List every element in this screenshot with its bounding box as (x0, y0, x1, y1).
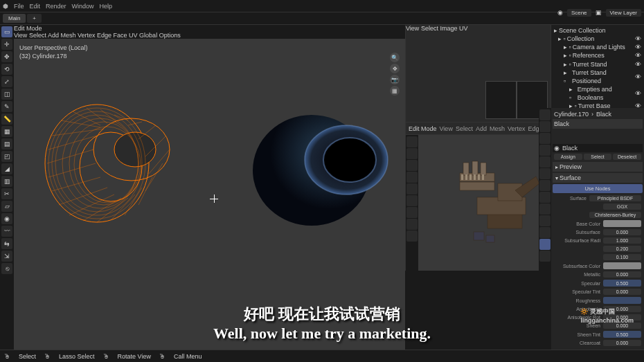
tool-select-icon[interactable]: ▭ (1, 26, 12, 37)
pv-tool-scale-icon[interactable] (406, 183, 418, 194)
outliner-item[interactable]: ▸ ▫Turret Stand Positioned👁 (553, 69, 643, 85)
workspace-tab-add[interactable]: + (27, 14, 42, 23)
menu-help[interactable]: Help (100, 3, 113, 10)
outliner-item[interactable]: ▸ ▫Empties and Booleans👁 (553, 85, 643, 102)
distribution-dropdown[interactable]: GGX (603, 203, 641, 210)
value-field[interactable]: 0.000 (603, 271, 641, 278)
mat-name-field[interactable]: Black (596, 111, 611, 118)
orient-selector[interactable]: Global (139, 32, 157, 39)
nav-pan-icon[interactable]: ✥ (390, 64, 400, 73)
mat-slot[interactable]: Black (554, 120, 569, 127)
pv-tool-extrude-icon[interactable] (406, 230, 418, 242)
props-tab-physics-icon[interactable] (539, 203, 551, 215)
value-field[interactable]: 0.200 (603, 246, 641, 252)
workspace-tab-main[interactable]: Main (3, 14, 26, 23)
pv-tool-cursor-icon[interactable] (406, 148, 418, 159)
tool-smooth-icon[interactable]: 〰 (1, 226, 12, 237)
value-field[interactable]: 0.000 (603, 340, 641, 346)
tool-rotate-icon[interactable]: ⟲ (1, 64, 12, 75)
nav-persp-icon[interactable]: ▦ (390, 86, 400, 96)
obj-name-field[interactable]: Cylinder.170 (554, 111, 589, 118)
outliner-item[interactable]: ▸ ▫Collection👁 (553, 35, 643, 43)
pv-menu-vertex[interactable]: Vertex (508, 125, 526, 132)
value-field[interactable]: 0.100 (603, 254, 641, 260)
menu-edit[interactable]: Edit (30, 3, 41, 10)
tool-annotate-icon[interactable]: ✎ (1, 101, 12, 112)
menu-window[interactable]: Window (72, 3, 94, 10)
tool-cursor-icon[interactable]: ✛ (1, 39, 12, 50)
deselect-button[interactable]: Deselect (613, 154, 641, 160)
surface-section[interactable]: ▾ Surface (553, 173, 643, 183)
tool-transform-icon[interactable]: ◫ (1, 89, 12, 100)
tool-inset-icon[interactable]: ◰ (1, 151, 12, 162)
pv-menu-view[interactable]: View (440, 125, 453, 132)
tool-knife-icon[interactable]: ✂ (1, 188, 12, 199)
tool-bevel-icon[interactable]: ◢ (1, 163, 12, 174)
mat-datablock[interactable]: Black (562, 145, 578, 152)
value-field[interactable]: 0.000 (603, 289, 641, 295)
pv-tool-select-icon[interactable] (406, 136, 418, 147)
props-tab-world-icon[interactable] (539, 156, 551, 168)
select-button[interactable]: Select (584, 154, 612, 160)
vp-menu-uv[interactable]: UV (129, 32, 138, 39)
value-field[interactable]: 1.000 (603, 237, 641, 244)
vp-menu-face[interactable]: Face (114, 32, 127, 39)
uv-menu-select[interactable]: Select (421, 25, 438, 32)
vp-menu-view[interactable]: View (14, 32, 27, 39)
vp-menu-edge[interactable]: Edge (97, 32, 111, 39)
pv-tool-measure-icon[interactable] (406, 219, 418, 230)
color-swatch[interactable] (603, 220, 641, 227)
props-tab-object-icon[interactable] (539, 168, 551, 179)
sss-method-dropdown[interactable]: Christensen-Burley (589, 212, 641, 218)
pv-menu-mesh[interactable]: Mesh (490, 125, 505, 132)
tool-move-icon[interactable]: ✥ (1, 51, 12, 62)
tool-shrink-icon[interactable]: ⇲ (1, 251, 12, 262)
uv-menu-view[interactable]: View (406, 25, 419, 32)
main-viewport[interactable]: User Perspective (Local) (32) Cylinder.1… (14, 39, 405, 350)
tool-measure-icon[interactable]: 📏 (1, 114, 12, 125)
tool-slide-icon[interactable]: ⇆ (1, 238, 12, 249)
outliner-item[interactable]: ▸ ▫Camera and Lights👁 (553, 43, 643, 51)
tool-rip-icon[interactable]: ⎋ (1, 263, 12, 274)
pv-tool-rotate-icon[interactable] (406, 172, 418, 183)
assign-button[interactable]: Assign (554, 154, 582, 160)
pv-tool-annotate-icon[interactable] (406, 207, 418, 218)
pv-menu-add[interactable]: Add (476, 125, 487, 132)
mode-selector[interactable]: Edit Mode (14, 25, 405, 32)
color-swatch[interactable] (603, 262, 641, 269)
props-tab-mesh-icon[interactable] (539, 227, 551, 238)
value-field[interactable]: 0.000 (603, 229, 641, 235)
pv-tool-move-icon[interactable] (406, 160, 418, 171)
tool-scale-icon[interactable]: ⤢ (1, 76, 12, 87)
menu-file[interactable]: File (14, 3, 24, 10)
viewlayer-field[interactable]: View Layer (606, 9, 641, 17)
outliner-item[interactable]: ▸ ▫Turret Stand👁 (553, 60, 643, 69)
vp-menu-vertex[interactable]: Vertex (78, 32, 96, 39)
tool-poly-icon[interactable]: ▱ (1, 201, 12, 212)
vp-options[interactable]: Options (159, 32, 181, 39)
props-tab-scene-icon[interactable] (539, 145, 551, 156)
value-slider[interactable]: 0.500 (603, 280, 641, 287)
uv-menu-image[interactable]: Image (440, 25, 457, 32)
outliner-item[interactable]: ▸ ▫Turret Base👁 (553, 102, 643, 108)
tool-addcube-icon[interactable]: ▦ (1, 126, 12, 137)
vp-menu-add[interactable]: Add (48, 32, 59, 39)
menu-render[interactable]: Render (46, 3, 66, 10)
vp-menu-mesh[interactable]: Mesh (60, 32, 75, 39)
outliner-item[interactable]: ▸ ▫References👁 (553, 51, 643, 60)
outliner[interactable]: ▸Scene Collection ▸ ▫Collection👁▸ ▫Camer… (551, 25, 644, 108)
props-tab-texture-icon[interactable] (539, 251, 551, 262)
uv-view-area[interactable]: View Select Image UV (406, 25, 551, 122)
nav-camera-icon[interactable]: 📷 (390, 75, 400, 84)
value-slider[interactable]: 0.500 (603, 331, 641, 338)
pv-menu-select[interactable]: Select (456, 125, 473, 132)
props-tab-output-icon[interactable] (539, 121, 551, 132)
props-tab-render-icon[interactable] (539, 109, 551, 120)
outliner-root[interactable]: ▸Scene Collection (553, 26, 643, 35)
props-tab-particle-icon[interactable] (539, 192, 551, 203)
vp-menu-select[interactable]: Select (29, 32, 46, 39)
tool-spin-icon[interactable]: ◉ (1, 213, 12, 224)
use-nodes-button[interactable]: Use Nodes (553, 184, 643, 193)
preview-section[interactable]: ▸ Preview (553, 162, 643, 172)
props-tab-view-icon[interactable] (539, 133, 551, 144)
